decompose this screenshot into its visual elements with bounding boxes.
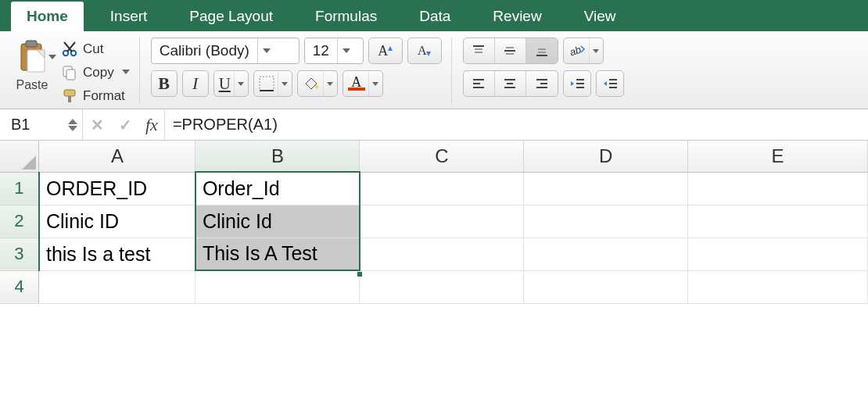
cell-E2[interactable] [688,205,868,238]
fx-label[interactable]: fx [139,109,165,140]
tab-view[interactable]: View [569,2,632,31]
copy-button[interactable]: Copy [61,62,130,83]
cancel-formula-button[interactable]: ✕ [83,116,111,134]
fx-text: fx [145,115,158,135]
italic-button[interactable]: I [182,70,209,97]
font-name-caret[interactable] [257,38,276,63]
align-bottom-icon [534,43,550,59]
cell-C4[interactable] [360,270,524,303]
cell-A4[interactable] [39,270,195,303]
bold-icon: B [158,73,170,94]
cell-B2-value: Clinic Id [203,210,272,232]
cell-A1[interactable]: ORDER_ID [39,172,195,205]
align-right-button[interactable] [526,71,558,96]
decrease-font-icon: A▾ [418,44,432,58]
align-top-icon [471,43,486,59]
column-header-A[interactable]: A [39,141,195,172]
clipboard-icon [16,39,48,73]
align-bottom-button[interactable] [526,38,558,63]
accept-formula-button[interactable]: ✓ [111,116,139,134]
name-box-stepper[interactable] [68,119,77,131]
tab-review[interactable]: Review [477,2,557,31]
ribbon: Paste Cut Copy Format Calibri (Body) [0,31,868,109]
column-header-B[interactable]: B [195,141,360,172]
fill-color-button[interactable] [297,70,338,97]
row-1-label: 1 [14,178,23,198]
cell-C1[interactable] [360,172,524,205]
tab-review-label: Review [493,8,541,24]
cell-C2[interactable] [360,205,524,238]
row-header-4[interactable]: 4 [0,270,39,303]
increase-font-button[interactable]: A▴ [368,38,403,64]
align-top-button[interactable] [464,38,495,63]
decrease-font-button[interactable]: A▾ [407,38,442,64]
tab-home[interactable]: Home [11,2,84,31]
cell-E4[interactable] [688,270,868,303]
cell-C3[interactable] [360,238,524,270]
cell-reference: B1 [11,116,30,134]
clipboard-actions: Cut Copy Format [61,38,130,106]
align-middle-button[interactable] [495,38,526,63]
cell-E1[interactable] [688,172,868,205]
align-left-button[interactable] [464,71,495,96]
font-size-value: 12 [305,42,337,59]
cell-D2[interactable] [524,205,688,238]
underline-button[interactable]: U [213,70,249,97]
cell-A3[interactable]: this Is a test [39,238,195,270]
column-header-C[interactable]: C [360,141,524,172]
font-size-caret[interactable] [337,38,356,63]
decrease-indent-button[interactable] [563,70,591,97]
format-label: Format [83,88,125,104]
format-painter-button[interactable]: Format [61,86,130,106]
cell-A2[interactable]: Clinic ID [39,205,195,238]
cell-B1[interactable]: Order_Id [195,172,360,205]
underline-icon: U [219,74,231,94]
formula-input[interactable]: =PROPER(A1) [173,109,868,140]
cell-B4[interactable] [195,270,360,303]
cut-button[interactable]: Cut [61,39,130,59]
increase-font-icon: A▴ [378,43,393,59]
cell-B3[interactable]: This Is A Test [195,238,360,270]
paste-button[interactable]: Paste [8,38,56,92]
tab-bar: Home Insert Page Layout Formulas Data Re… [0,0,868,31]
cell-D4[interactable] [524,270,688,303]
col-C-label: C [435,145,448,166]
orientation-icon: ab [569,43,586,59]
font-size-combo[interactable]: 12 [304,38,364,64]
row-4-label: 4 [15,277,24,296]
copy-label: Copy [83,65,114,80]
font-name-value: Calibri (Body) [152,42,257,59]
borders-button[interactable] [253,70,292,97]
svg-text:ab: ab [569,44,583,59]
tab-insert[interactable]: Insert [95,2,163,31]
cell-E3[interactable] [688,238,868,270]
tab-page-layout[interactable]: Page Layout [174,2,289,31]
svg-point-13 [315,85,318,88]
cell-B2[interactable]: Clinic Id [195,205,360,238]
copy-icon [61,64,78,81]
name-box[interactable]: B1 [5,109,83,140]
align-center-button[interactable] [495,71,526,96]
cut-label: Cut [83,41,103,57]
stepper-down-icon[interactable] [68,126,77,131]
tab-insert-label: Insert [110,8,148,24]
bold-button[interactable]: B [151,70,178,97]
cell-D1[interactable] [524,172,688,205]
row-header-1[interactable]: 1 [0,172,39,205]
column-header-E[interactable]: E [688,141,868,172]
row-header-2[interactable]: 2 [0,205,39,238]
tab-formulas[interactable]: Formulas [299,2,393,31]
cell-D3[interactable] [524,238,688,270]
column-header-D[interactable]: D [524,141,688,172]
font-name-combo[interactable]: Calibri (Body) [151,38,299,64]
tab-data[interactable]: Data [404,2,466,31]
increase-indent-button[interactable] [596,70,624,97]
select-all-corner[interactable] [0,141,39,172]
fill-handle[interactable] [357,271,363,277]
italic-icon: I [192,73,198,94]
row-header-3[interactable]: 3 [0,238,39,270]
stepper-up-icon[interactable] [68,119,77,124]
decrease-indent-icon [569,76,586,91]
font-color-button[interactable]: A [343,70,383,97]
orientation-button[interactable]: ab [563,38,604,64]
